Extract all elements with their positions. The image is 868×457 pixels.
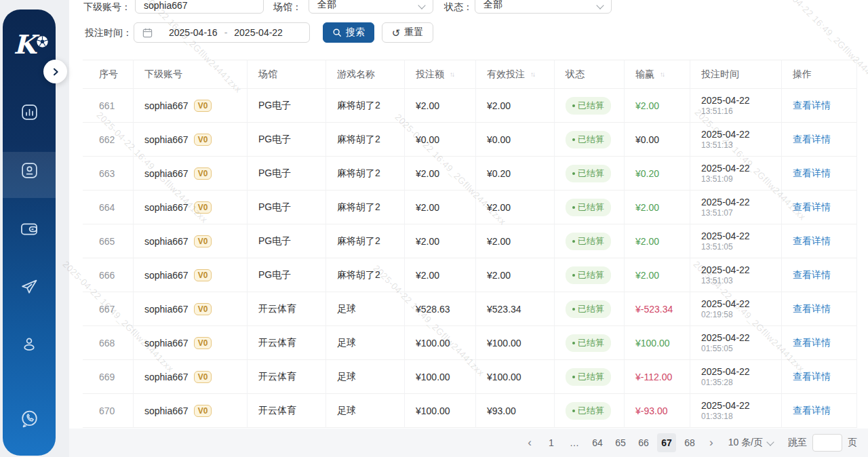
sidebar-item-support[interactable] xyxy=(19,408,39,429)
col-header-index: 序号 xyxy=(83,60,134,89)
row-win-loss: ¥2.00 xyxy=(625,258,690,292)
sort-icon[interactable]: ↑↓ xyxy=(660,71,665,78)
row-action-cell: 查看详情 xyxy=(782,360,857,394)
vip-level-badge: V0 xyxy=(194,134,212,146)
row-win-loss: ¥2.00 xyxy=(625,224,690,258)
page-size-select[interactable]: 10 条/页 xyxy=(728,437,773,449)
row-valid-bet: ¥93.00 xyxy=(476,394,555,428)
status-badge: 已结算 xyxy=(566,97,611,115)
status-badge: 已结算 xyxy=(566,165,611,182)
row-venue: PG电子 xyxy=(248,191,326,224)
chevron-right-icon[interactable]: › xyxy=(707,434,716,452)
row-game-name: 麻将胡了2 xyxy=(326,123,405,157)
view-details-link[interactable]: 查看详情 xyxy=(793,201,831,214)
status-select[interactable]: 全部 xyxy=(475,0,612,14)
row-game-name: 足球 xyxy=(326,292,405,326)
row-venue: PG电子 xyxy=(248,123,326,157)
chevron-right-icon xyxy=(50,66,61,77)
row-account-cell: sophia667 V0 xyxy=(134,258,248,292)
row-win-loss: ¥100.00 xyxy=(625,326,690,360)
view-details-link[interactable]: 查看详情 xyxy=(793,100,831,112)
col-header-venue: 场馆 xyxy=(248,60,326,89)
sidebar-item-reports[interactable] xyxy=(19,102,39,122)
calendar-icon xyxy=(142,28,153,38)
row-bet-time-cell: 2025-04-22 13:51:13 xyxy=(690,123,782,157)
row-venue: PG电子 xyxy=(248,224,326,258)
sort-icon[interactable]: ↑↓ xyxy=(530,71,536,78)
page-button[interactable]: 64 xyxy=(588,433,607,452)
row-valid-bet: ¥0.00 xyxy=(476,123,555,157)
col-header-account: 下级账号 xyxy=(134,60,248,89)
chevron-left-icon[interactable]: ‹ xyxy=(525,434,534,452)
bet-date: 2025-04-22 xyxy=(701,264,750,276)
view-details-link[interactable]: 查看详情 xyxy=(793,235,831,247)
table-row: 663 sophia667 V0 PG电子 麻将胡了2 ¥2.00 ¥0.20 … xyxy=(83,157,857,191)
search-button[interactable]: 搜索 xyxy=(323,22,374,43)
sidebar-item-messages[interactable] xyxy=(19,277,39,297)
bet-time: 02:19:58 xyxy=(701,310,750,320)
sidebar-item-profile[interactable] xyxy=(19,334,39,355)
row-bet-time-cell: 2025-04-22 13:51:09 xyxy=(690,157,782,191)
page-list: 1…6465666768 xyxy=(540,433,701,452)
sidebar-collapse-button[interactable] xyxy=(43,60,67,83)
page-button[interactable]: 66 xyxy=(634,433,653,452)
bar-chart-icon xyxy=(20,103,39,121)
sidebar-item-members[interactable] xyxy=(19,160,39,180)
row-action-cell: 查看详情 xyxy=(782,258,857,292)
account-filter-label: 下级账号： xyxy=(83,0,131,14)
sort-icon[interactable]: ↑↓ xyxy=(450,71,455,78)
venue-select[interactable]: 全部 xyxy=(309,0,433,14)
col-header-bet-amount[interactable]: 投注额↑↓ xyxy=(405,60,476,89)
status-filter-label: 状态： xyxy=(444,0,473,14)
row-venue: PG电子 xyxy=(248,258,326,292)
status-label: 已结算 xyxy=(578,371,604,383)
status-label: 已结算 xyxy=(578,303,604,315)
page-button[interactable]: 68 xyxy=(680,433,699,452)
status-badge: 已结算 xyxy=(566,199,611,216)
vip-level-badge: V0 xyxy=(194,371,212,383)
view-details-link[interactable]: 查看详情 xyxy=(793,337,831,349)
row-bet-time-cell: 2025-04-22 01:35:28 xyxy=(690,360,782,394)
view-details-link[interactable]: 查看详情 xyxy=(793,134,831,146)
row-bet-time-cell: 2025-04-22 13:51:03 xyxy=(690,258,782,292)
col-header-win-loss[interactable]: 输赢↑↓ xyxy=(625,60,690,89)
bet-date: 2025-04-22 xyxy=(701,162,750,174)
vip-level-badge: V0 xyxy=(194,235,212,247)
date-from-value[interactable]: 2025-04-16 xyxy=(169,27,218,38)
jump-to-page-input[interactable] xyxy=(812,434,842,452)
row-venue: 开云体育 xyxy=(248,326,326,360)
view-details-link[interactable]: 查看详情 xyxy=(793,303,831,315)
date-to-value[interactable]: 2025-04-22 xyxy=(234,27,283,38)
date-range-picker[interactable]: 2025-04-16 - 2025-04-22 xyxy=(134,22,310,43)
bet-date: 2025-04-22 xyxy=(701,94,750,106)
jump-to-label: 跳至 xyxy=(788,437,807,449)
row-account-cell: sophia667 V0 xyxy=(134,157,248,191)
page-button[interactable]: … xyxy=(565,433,584,452)
row-game-name: 麻将胡了2 xyxy=(326,258,405,292)
bet-time: 01:33:18 xyxy=(701,412,750,422)
person-icon xyxy=(20,335,39,354)
sidebar-item-wallet[interactable] xyxy=(19,219,39,239)
row-index: 667 xyxy=(83,292,134,326)
reset-button[interactable]: ↺ 重置 xyxy=(382,22,433,43)
page-button[interactable]: 65 xyxy=(611,433,630,452)
row-win-loss: ¥-93.00 xyxy=(625,394,690,428)
row-valid-bet: ¥2.00 xyxy=(476,224,555,258)
view-details-link[interactable]: 查看详情 xyxy=(793,269,831,281)
account-input-value: sophia667 xyxy=(144,0,188,11)
col-header-valid-bet[interactable]: 有效投注↑↓ xyxy=(476,60,555,89)
row-status-cell: 已结算 xyxy=(555,326,625,360)
page-button[interactable]: 67 xyxy=(657,433,676,452)
row-index: 670 xyxy=(83,394,134,428)
search-button-label: 搜索 xyxy=(346,26,365,39)
view-details-link[interactable]: 查看详情 xyxy=(793,405,831,417)
row-bet-time-cell: 2025-04-22 13:51:05 xyxy=(690,224,782,258)
view-details-link[interactable]: 查看详情 xyxy=(793,371,831,383)
row-account-cell: sophia667 V0 xyxy=(134,191,248,224)
view-details-link[interactable]: 查看详情 xyxy=(793,167,831,180)
page-button[interactable]: 1 xyxy=(542,433,561,452)
jump-page-suffix: 页 xyxy=(848,437,857,449)
account-input[interactable]: sophia667 xyxy=(135,0,264,14)
row-account-cell: sophia667 V0 xyxy=(134,123,248,157)
status-dot-icon xyxy=(572,342,575,344)
